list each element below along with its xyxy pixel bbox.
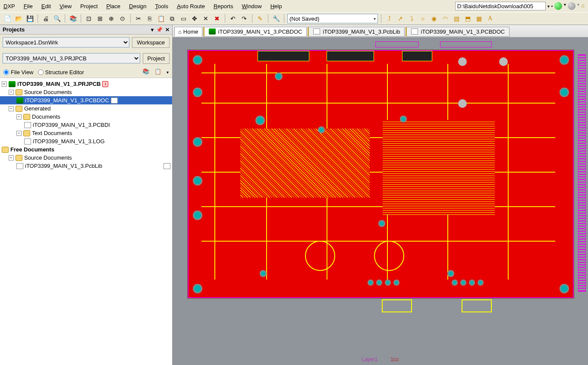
pcb-icon bbox=[411, 28, 418, 35]
doc-icon bbox=[24, 138, 31, 145]
zoom-area-icon[interactable]: ⊡ bbox=[84, 14, 94, 23]
toggle-icon[interactable]: − bbox=[2, 82, 7, 87]
toggle-icon[interactable]: − bbox=[16, 114, 22, 120]
home-tab[interactable]: ⌂ Home bbox=[174, 27, 202, 36]
menu-view[interactable]: View bbox=[60, 3, 72, 9]
tree-free-docs[interactable]: Free Documents bbox=[0, 145, 172, 154]
clear-icon[interactable]: ✖ bbox=[212, 14, 222, 23]
workspace-combo[interactable]: Workspace1.DsnWrk bbox=[3, 37, 129, 47]
browse-components-icon[interactable]: 🔧 bbox=[271, 14, 281, 23]
cut-icon[interactable]: ✂ bbox=[134, 14, 143, 23]
pcb-viewport[interactable]: Layer1 1co bbox=[173, 37, 588, 365]
home-icon[interactable]: ⌂ bbox=[581, 2, 585, 10]
duplicate-icon[interactable]: ⧉ bbox=[167, 14, 177, 23]
panel-menu-icon[interactable]: ▾ bbox=[151, 27, 154, 33]
doc-tabs: ⌂ Home iTOP3399_MAIN_V1_3.PCBDOC iTOP339… bbox=[173, 25, 588, 37]
menu-tools[interactable]: Tools bbox=[155, 3, 168, 9]
menu-reports[interactable]: Reports bbox=[214, 3, 233, 9]
menu-project[interactable]: Project bbox=[80, 3, 97, 9]
new-icon[interactable]: 📄 bbox=[3, 14, 12, 23]
via-icon bbox=[193, 55, 202, 65]
save-state-label: (Not Saved) bbox=[289, 16, 319, 22]
path-input[interactable] bbox=[455, 2, 546, 10]
menu-autoroute[interactable]: Auto Route bbox=[177, 3, 205, 9]
panel-title: Projects ▾ 📌 ✕ bbox=[0, 25, 172, 35]
menu-file[interactable]: File bbox=[24, 3, 33, 9]
menu-edit[interactable]: Edit bbox=[41, 3, 51, 9]
menu-help[interactable]: Help bbox=[270, 3, 282, 9]
project-combo[interactable]: TOP3399_MAIN_V1_3.PRJPCB bbox=[3, 53, 140, 63]
project-tree: − iTOP3399_MAIN_V1_3.PRJPCB ! − Source D… bbox=[0, 78, 172, 365]
poly-icon[interactable]: ⬒ bbox=[463, 14, 472, 23]
tree-project-root[interactable]: − iTOP3399_MAIN_V1_3.PRJPCB ! bbox=[0, 80, 172, 88]
doc-icon bbox=[111, 98, 118, 104]
move-icon[interactable]: ✥ bbox=[190, 14, 199, 23]
select-icon[interactable]: ▭ bbox=[179, 14, 188, 23]
zoom-fit-icon[interactable]: ⊞ bbox=[95, 14, 105, 23]
folder-icon bbox=[2, 147, 9, 153]
print-icon[interactable]: 🖨 bbox=[41, 14, 50, 23]
redo-icon[interactable]: ↷ bbox=[239, 14, 249, 23]
menu-place[interactable]: Place bbox=[107, 3, 121, 9]
arc-icon[interactable]: ◠ bbox=[440, 14, 450, 23]
tree-text-docs[interactable]: − Text Documents bbox=[0, 129, 172, 137]
toolbar: 📄 📂 💾 🖨 🔍 📚 ⊡ ⊞ ⊕ ⊙ ✂ ⎘ 📋 ⧉ ▭ ✥ ✕ ✖ ↶ ↷ … bbox=[0, 12, 588, 25]
tree-generated[interactable]: − Generated bbox=[0, 104, 172, 113]
save-state-combo[interactable]: (Not Saved) bbox=[287, 14, 378, 23]
route-icon-3[interactable]: ⤵ bbox=[407, 14, 416, 23]
text-icon[interactable]: A bbox=[485, 14, 495, 23]
toggle-icon[interactable]: − bbox=[9, 90, 14, 95]
via-icon[interactable]: ○ bbox=[418, 14, 428, 23]
toggle-icon[interactable]: − bbox=[9, 155, 14, 160]
workspace-button[interactable]: Workspace bbox=[132, 37, 170, 48]
compile-icon[interactable]: 📚 bbox=[142, 68, 150, 76]
toggle-icon[interactable]: − bbox=[16, 131, 22, 136]
doc-tab-2[interactable]: iTOP3399_MAIN_V1_3.PcbLib bbox=[308, 27, 405, 37]
tree-free-src[interactable]: − Source Documents bbox=[0, 154, 172, 162]
tree-pcbdi[interactable]: iTOP3399_MAIN_V1_3.PCBDI bbox=[0, 121, 172, 129]
route-icon-1[interactable]: ⤴ bbox=[384, 14, 394, 23]
open-icon[interactable]: 📂 bbox=[14, 14, 23, 23]
undo-icon[interactable]: ↶ bbox=[228, 14, 238, 23]
zoom-selected-icon[interactable]: ⊙ bbox=[118, 14, 127, 23]
tree-pcblib[interactable]: iTOP3399_MAIN_V1_3.PcbLib bbox=[0, 162, 172, 170]
tool-icon[interactable]: ✎ bbox=[255, 14, 265, 23]
toggle-icon[interactable]: − bbox=[9, 106, 14, 111]
copy-icon[interactable]: ⎘ bbox=[145, 14, 154, 23]
browse-icon[interactable]: 📚 bbox=[68, 14, 78, 23]
paste-icon[interactable]: 📋 bbox=[156, 14, 166, 23]
tree-source-docs[interactable]: − Source Documents bbox=[0, 88, 172, 96]
route-icon-2[interactable]: ↗ bbox=[396, 14, 405, 23]
nav-back-icon[interactable] bbox=[554, 2, 562, 10]
tree-documents[interactable]: − Documents bbox=[0, 113, 172, 121]
options-dropdown-icon[interactable]: ▾ bbox=[167, 70, 169, 75]
sidebar: Projects ▾ 📌 ✕ Workspace1.DsnWrk Workspa… bbox=[0, 25, 173, 365]
save-icon[interactable]: 💾 bbox=[25, 14, 35, 23]
region-icon[interactable]: ▦ bbox=[474, 14, 484, 23]
doc-tab-3[interactable]: iTOP3399_MAIN_V1_3.PCBDOC bbox=[406, 27, 509, 37]
doc-icon bbox=[24, 122, 31, 128]
structure-editor-radio[interactable]: Structure Editor bbox=[38, 69, 84, 76]
zoom-in-icon[interactable]: ⊕ bbox=[107, 14, 116, 23]
menu-design[interactable]: Design bbox=[129, 3, 146, 9]
project-button[interactable]: Project bbox=[143, 53, 170, 64]
options-icon[interactable]: 📋 bbox=[154, 68, 162, 76]
doc-tab-1[interactable]: iTOP3399_MAIN_V1_3.PCBDOC bbox=[203, 27, 307, 37]
pcblib-icon bbox=[313, 28, 320, 35]
panel-close-icon[interactable]: ✕ bbox=[165, 27, 170, 33]
menu-dxp[interactable]: DXP bbox=[3, 3, 15, 9]
tree-log[interactable]: iTOP3399_MAIN_V1_3.LOG bbox=[0, 137, 172, 145]
deselect-icon[interactable]: ✕ bbox=[201, 14, 211, 23]
tree-pcbdoc[interactable]: iTOP3399_MAIN_V1_3.PCBDOC bbox=[0, 96, 172, 104]
via-icon bbox=[560, 55, 569, 65]
file-view-radio[interactable]: File View bbox=[3, 69, 34, 76]
pcb-board[interactable] bbox=[188, 50, 574, 298]
pad-icon[interactable]: ◉ bbox=[429, 14, 439, 23]
project-icon bbox=[9, 81, 16, 87]
fill-icon[interactable]: ▧ bbox=[452, 14, 461, 23]
menu-window[interactable]: Window bbox=[242, 3, 261, 9]
panel-pin-icon[interactable]: 📌 bbox=[156, 27, 163, 33]
path-box: ▾ • ▾ ▾ ⌂ bbox=[455, 2, 585, 10]
preview-icon[interactable]: 🔍 bbox=[52, 14, 62, 23]
doc-icon bbox=[16, 163, 23, 169]
